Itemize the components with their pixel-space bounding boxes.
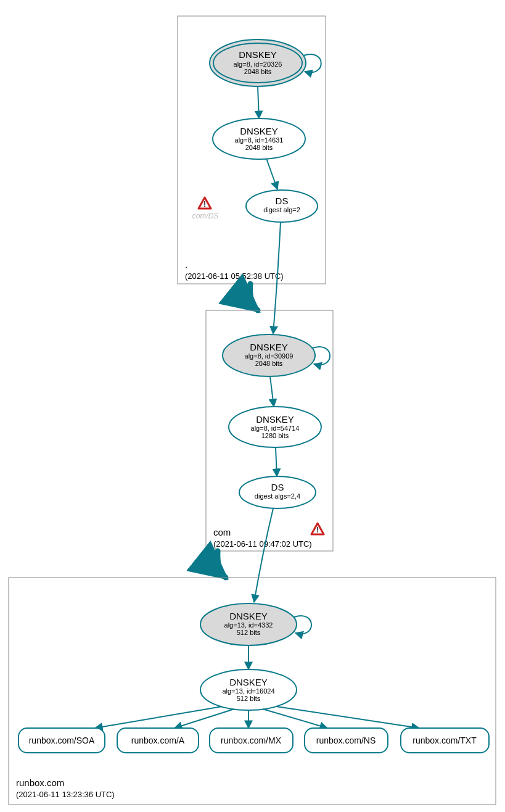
node-line3: 512 bits [237,629,261,636]
edge-com-ksk-zsk [270,376,274,407]
zone-domain: runbox.com (2021-06-11 13:23:36 UTC) DNS… [9,578,496,805]
node-title: DNSKEY [239,49,277,60]
svg-text:runbox.com/MX: runbox.com/MX [221,735,282,745]
node-root-ds: DS digest alg=2 [246,190,318,222]
node-title: DNSKEY [250,342,288,352]
leaf-txt: runbox.com/TXT [401,728,489,753]
zone-com-name: com [213,527,231,537]
edge-zsk-soa [95,706,222,728]
zone-root-timestamp: (2021-06-11 05:52:38 UTC) [185,271,284,281]
node-title: DNSKEY [240,126,278,136]
node-line2: alg=13, id=16024 [222,687,274,695]
svg-text:!: ! [203,200,206,209]
svg-text:runbox.com/SOA: runbox.com/SOA [29,735,95,745]
edge-zsk-txt [276,706,419,728]
zone-domain-timestamp: (2021-06-11 13:23:36 UTC) [16,790,115,799]
node-com-zsk: DNSKEY alg=8, id=54714 1280 bits [229,407,321,447]
node-com-ds: DS digest algs=2,4 [239,476,316,508]
edge-com-ds-dom-ksk [254,508,273,602]
node-root-zsk: DNSKEY alg=8, id=14631 2048 bits [213,118,305,159]
svg-text:!: ! [316,526,319,534]
node-title: DS [276,196,289,206]
edge-delegation-root-com [250,284,258,310]
node-dom-ksk: DNSKEY alg=13, id=4332 512 bits [200,603,297,645]
dnssec-graph: . (2021-06-11 05:52:38 UTC) DNSKEY alg=8… [0,0,505,812]
node-title: DNSKEY [229,677,268,687]
node-line3: 2048 bits [255,360,283,367]
node-line3: 2048 bits [245,144,273,151]
node-title: DS [271,482,284,492]
edge-root-ksk-zsk [258,86,259,118]
node-line2: alg=8, id=30909 [245,352,294,360]
node-line2: digest algs=2,4 [255,492,300,500]
svg-text:runbox.com/TXT: runbox.com/TXT [413,735,477,745]
warning-icon: ! [199,197,211,209]
svg-text:runbox.com/NS: runbox.com/NS [316,735,376,745]
node-line2: alg=8, id=14631 [235,136,284,144]
svg-text:runbox.com/A: runbox.com/A [131,735,185,745]
node-com-ksk: DNSKEY alg=8, id=30909 2048 bits [223,334,315,376]
node-line3: 1280 bits [261,432,289,439]
node-dom-zsk: DNSKEY alg=13, id=16024 512 bits [200,669,297,710]
node-line2: alg=8, id=54714 [251,425,300,432]
zone-root-name: . [185,259,187,270]
edge-zsk-ns [263,709,327,728]
node-line3: 2048 bits [244,68,272,75]
warning-icon: ! [311,523,324,534]
node-title: DNSKEY [229,611,268,621]
zone-com-timestamp: (2021-06-11 09:47:02 UTC) [213,539,312,549]
node-line2: alg=13, id=4332 [224,621,273,629]
node-line2: alg=8, id=20326 [234,60,282,68]
zone-com: com (2021-06-11 09:47:02 UTC) DNSKEY alg… [206,310,333,551]
leaf-mx: runbox.com/MX [210,728,293,753]
zone-domain-name: runbox.com [16,777,64,788]
node-title: DNSKEY [256,414,294,425]
node-root-ksk: DNSKEY alg=8, id=20326 2048 bits [210,39,306,86]
leaf-soa: runbox.com/SOA [18,728,105,753]
edge-root-zsk-ds [266,159,277,189]
edge-delegation-com-domain [218,551,226,578]
zone-root: . (2021-06-11 05:52:38 UTC) DNSKEY alg=8… [178,16,326,284]
leaf-ns: runbox.com/NS [305,728,388,753]
edge-com-zsk-ds [276,447,277,476]
com-ds-missing-label: com/DS [192,212,219,220]
node-line3: 512 bits [237,695,261,702]
edge-zsk-a [174,709,234,728]
leaf-a: runbox.com/A [117,728,199,753]
node-line2: digest alg=2 [263,206,300,213]
